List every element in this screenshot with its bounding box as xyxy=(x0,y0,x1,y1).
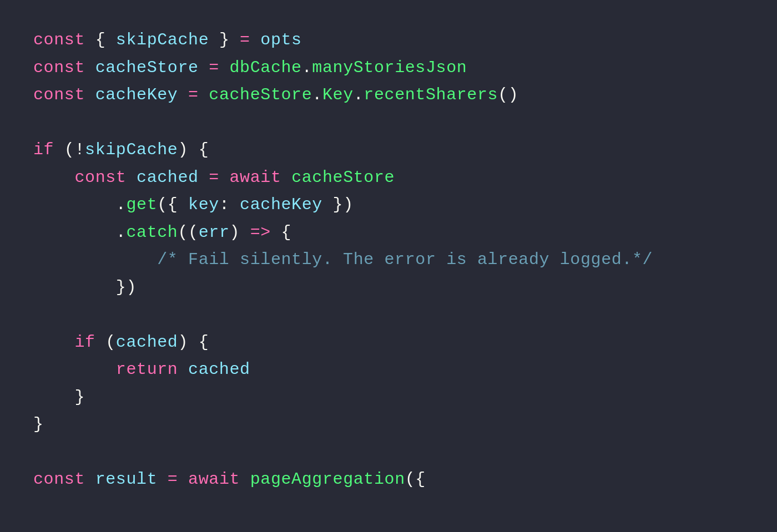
code-line-3: const cacheKey = cacheStore.Key.recentSh… xyxy=(33,82,744,109)
code-line-2: const cacheStore = dbCache.manyStoriesJs… xyxy=(33,54,744,82)
code-line-8: /* Fail silently. The error is already l… xyxy=(33,246,744,274)
code-line-12: } xyxy=(33,384,744,412)
code-line-4: if (!skipCache) { xyxy=(33,136,744,164)
code-line-14: const result = await pageAggregation({ xyxy=(33,466,744,494)
code-line-7: .catch((err) => { xyxy=(33,219,744,247)
code-line-11: return cached xyxy=(33,356,744,384)
code-line-10: if (cached) { xyxy=(33,329,744,357)
code-line-5: const cached = await cacheStore xyxy=(33,164,744,192)
blank-line-3 xyxy=(33,439,744,467)
blank-line-1 xyxy=(33,109,744,137)
code-line-13: } xyxy=(33,411,744,439)
code-line-1: const { skipCache } = opts xyxy=(33,27,744,54)
code-editor: const { skipCache } = opts const cacheSt… xyxy=(0,0,777,532)
code-line-6: .get({ key: cacheKey }) xyxy=(33,191,744,219)
blank-line-2 xyxy=(33,301,744,329)
code-line-9: }) xyxy=(33,274,744,302)
